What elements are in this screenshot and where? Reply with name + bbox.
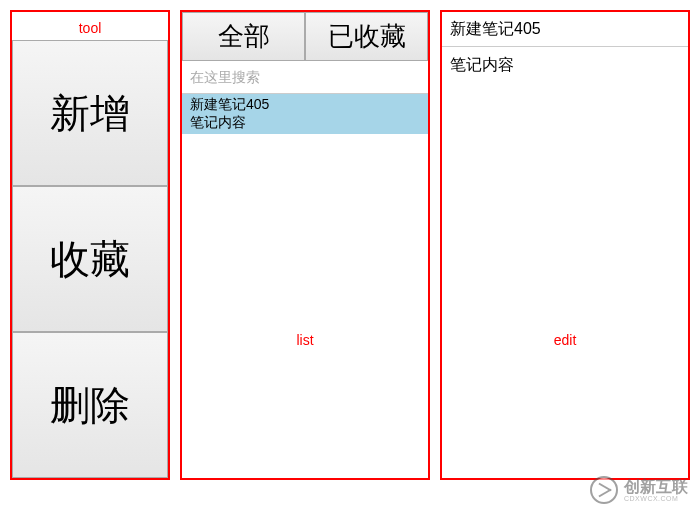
edit-content-textarea[interactable]: 笔记内容 [442,47,688,478]
app-container: tool 新增 收藏 删除 全部 已收藏 新建笔记405 笔记内容 list 笔… [0,0,700,490]
list-item-preview: 笔记内容 [190,114,420,132]
tool-panel: tool 新增 收藏 删除 [10,10,170,480]
add-button[interactable]: 新增 [12,40,168,186]
search-input[interactable] [182,61,428,94]
edit-title-input[interactable] [442,12,688,47]
list-tabs: 全部 已收藏 [182,12,428,61]
edit-panel: 笔记内容 edit [440,10,690,480]
list-item-title: 新建笔记405 [190,96,420,114]
watermark-text: 创新互联 CDXWCX.COM [624,479,688,502]
favorite-button[interactable]: 收藏 [12,186,168,332]
watermark: 创新互联 CDXWCX.COM [590,476,688,504]
list-label: list [182,332,428,348]
watermark-logo-icon [590,476,618,504]
watermark-main-text: 创新互联 [624,479,688,495]
delete-button[interactable]: 删除 [12,332,168,478]
tab-favorited[interactable]: 已收藏 [305,12,428,61]
list-item[interactable]: 新建笔记405 笔记内容 [182,94,428,134]
tab-all[interactable]: 全部 [182,12,305,61]
watermark-sub-text: CDXWCX.COM [624,495,688,502]
tool-label: tool [12,12,168,40]
list-panel: 全部 已收藏 新建笔记405 笔记内容 list [180,10,430,480]
